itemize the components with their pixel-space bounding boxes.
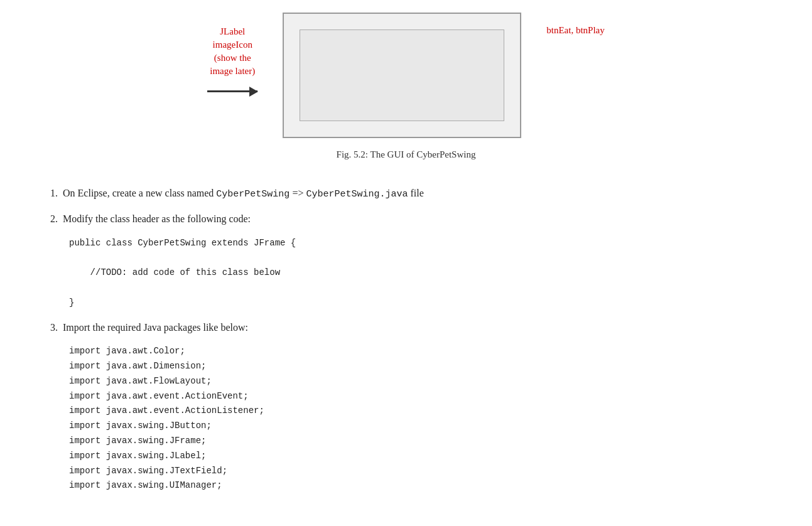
fig-caption: Fig. 5.2: The GUI of CyberPetSwing <box>337 149 476 160</box>
step-2: 2. Modify the class header as the follow… <box>50 211 762 227</box>
step-1-text-before: On Eclipse, create a new class named <box>63 188 216 198</box>
right-label: btnEat, btnPlay <box>546 25 605 36</box>
gui-frame <box>283 13 521 138</box>
step-3-text: Import the required Java packages like b… <box>63 319 762 336</box>
step-1-code2: CyberPetSwing.java <box>306 189 408 200</box>
figure-area: JLabel imageIcon (show the image later) … <box>50 13 762 160</box>
code-block-1: public class CyberPetSwing extends JFram… <box>69 236 762 311</box>
step-1-number: 1. <box>50 185 58 202</box>
gui-inner <box>300 30 504 121</box>
step-1-text-after: file <box>408 188 423 198</box>
content-area: 1. On Eclipse, create a new class named … <box>50 179 762 493</box>
step-2-number: 2. <box>50 211 58 227</box>
step-3: 3. Import the required Java packages lik… <box>50 319 762 336</box>
step-1: 1. On Eclipse, create a new class named … <box>50 185 762 202</box>
page-container: JLabel imageIcon (show the image later) … <box>0 0 812 526</box>
diagram-wrapper: JLabel imageIcon (show the image later) … <box>207 13 605 138</box>
step-3-number: 3. <box>50 319 58 336</box>
step-2-text: Modify the class header as the following… <box>63 211 762 227</box>
step-1-text-middle: => <box>290 188 306 198</box>
code-block-2: import java.awt.Color; import java.awt.D… <box>69 344 762 493</box>
step-1-content: On Eclipse, create a new class named Cyb… <box>63 185 762 202</box>
step-1-code1: CyberPetSwing <box>216 189 290 200</box>
arrow-line <box>207 90 257 92</box>
diagram-left-labels: JLabel imageIcon (show the image later) <box>207 25 257 92</box>
arrow-right <box>207 90 257 92</box>
left-label: JLabel imageIcon (show the image later) <box>210 25 255 78</box>
